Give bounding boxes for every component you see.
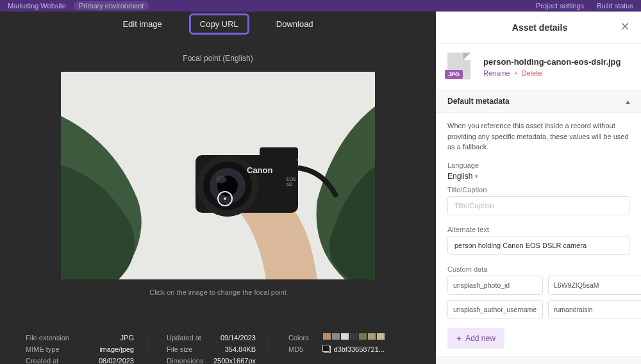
- title-caption-label: Title/Caption: [447, 186, 629, 194]
- alt-text-label: Alternate text: [447, 226, 629, 233]
- title-caption-input[interactable]: [447, 196, 629, 215]
- details-header: Asset details: [436, 12, 641, 44]
- build-status-link[interactable]: Build status: [597, 2, 633, 10]
- svg-point-7: [216, 176, 226, 183]
- color-swatch[interactable]: [359, 333, 367, 340]
- rename-link[interactable]: Rename: [483, 69, 510, 77]
- project-name: Marketing Website: [8, 2, 66, 10]
- close-icon: [620, 22, 629, 31]
- add-new-label: Add new: [465, 334, 495, 343]
- separator-dot: •: [515, 69, 517, 77]
- color-swatch[interactable]: [368, 333, 376, 340]
- custom-value-input[interactable]: [548, 276, 641, 295]
- svg-text:Canon: Canon: [247, 165, 273, 175]
- app-topbar: Marketing Website Primary environment Pr…: [0, 0, 641, 12]
- updated-value: 09/14/2023: [221, 332, 256, 343]
- updated-label: Updated at: [167, 332, 201, 343]
- file-type-badge: JPG: [445, 70, 463, 79]
- delete-link[interactable]: Delete: [522, 69, 542, 77]
- filesize-value: 354.84KB: [225, 343, 256, 355]
- md5-label: MD5: [288, 343, 303, 355]
- alt-text-input[interactable]: [447, 236, 629, 255]
- default-metadata-header[interactable]: Default metadata ▴: [436, 90, 641, 113]
- language-select[interactable]: English ▾: [447, 172, 629, 181]
- custom-key-input[interactable]: [447, 300, 543, 319]
- language-label: Language: [447, 161, 629, 169]
- file-ext-label: File extension: [26, 332, 69, 343]
- default-metadata-title: Default metadata: [447, 97, 510, 106]
- focal-point-label: Focal point (English): [0, 54, 436, 63]
- svg-text:EOS: EOS: [287, 177, 296, 181]
- custom-data-row: [447, 300, 629, 319]
- copy-icon[interactable]: [324, 346, 331, 353]
- filesize-label: File size: [167, 343, 192, 355]
- svg-rect-2: [260, 147, 298, 160]
- color-swatch[interactable]: [341, 333, 349, 340]
- add-new-button[interactable]: + Add new: [447, 328, 504, 349]
- image-preview[interactable]: Canon EOS 6D: [61, 72, 375, 279]
- color-swatches: [323, 333, 385, 340]
- custom-data-row: [447, 276, 629, 295]
- copy-url-button[interactable]: Copy URL: [189, 13, 249, 35]
- default-metadata-desc: When you reference this asset inside a r…: [447, 120, 629, 153]
- dimensions-label: Dimensions: [167, 355, 203, 364]
- color-swatch[interactable]: [377, 333, 385, 340]
- edit-image-button[interactable]: Edit image: [113, 15, 171, 33]
- created-label: Created at: [26, 355, 58, 364]
- color-swatch[interactable]: [323, 333, 331, 340]
- focal-point-marker[interactable]: [217, 191, 233, 206]
- download-button[interactable]: Download: [267, 15, 322, 33]
- dimensions-value: 2500x1667px: [213, 355, 256, 364]
- asset-details-panel: Asset details JPG person-holding-canon-e…: [436, 12, 641, 364]
- colors-label: Colors: [288, 332, 309, 343]
- svg-text:6D: 6D: [287, 182, 292, 186]
- chevron-up-icon: ▴: [626, 98, 629, 105]
- modal-action-bar: Edit image Copy URL Download: [0, 12, 436, 36]
- environment-badge[interactable]: Primary environment: [74, 1, 149, 10]
- custom-key-input[interactable]: [447, 276, 543, 295]
- default-metadata-body: When you reference this asset inside a r…: [436, 113, 641, 356]
- created-value: 08/02/2023: [99, 355, 134, 364]
- image-editor-modal: Edit image Copy URL Download Focal point…: [0, 12, 436, 364]
- categorization-header[interactable]: Categorization ▴: [436, 356, 641, 365]
- mime-value: image/jpeg: [99, 343, 134, 355]
- focal-point-help-text: Click on the image to change the focal p…: [0, 288, 436, 296]
- chevron-down-icon: ▾: [475, 173, 478, 179]
- plus-icon: +: [456, 333, 462, 343]
- color-swatch[interactable]: [332, 333, 340, 340]
- color-swatch[interactable]: [350, 333, 358, 340]
- mime-label: MIME type: [26, 343, 60, 355]
- image-meta-strip: File extensionJPG MIME typeimage/jpeg Cr…: [0, 326, 436, 364]
- file-icon: JPG: [447, 53, 476, 81]
- project-settings-link[interactable]: Project settings: [536, 2, 584, 10]
- file-name: person-holding-canon-eos-dslr.jpg: [483, 57, 621, 67]
- close-button[interactable]: [620, 21, 629, 34]
- custom-value-input[interactable]: [548, 300, 641, 319]
- file-ext-value: JPG: [121, 332, 134, 343]
- details-title: Asset details: [512, 22, 567, 33]
- custom-data-label: Custom data: [447, 265, 629, 273]
- md5-value: d3bf33658721...: [333, 343, 385, 355]
- file-summary: JPG person-holding-canon-eos-dslr.jpg Re…: [436, 44, 641, 90]
